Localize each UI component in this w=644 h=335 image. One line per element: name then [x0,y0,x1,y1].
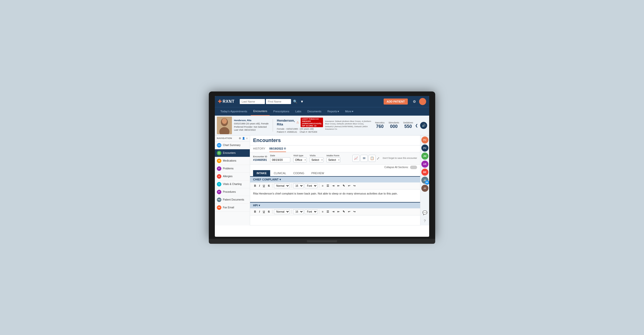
visits-select-wrapper: Select ▾ [310,157,324,162]
dot-p2: P [217,190,221,194]
visits-select[interactable]: Select [310,157,324,162]
settings-icon-btn[interactable]: ⚙ [412,99,417,104]
sidebar-item-vitals[interactable]: V Vitals & Charting [215,180,250,188]
redo-btn-hpi[interactable]: ↪ [352,210,356,214]
list-nav-icon[interactable]: ≡ [246,137,248,140]
sidebar-item-chart-summary[interactable]: CS Chart Summary [215,141,250,149]
intake-form-label: Intake Form [327,154,340,157]
save-reminder: Don't forget to save this encounter [383,157,417,160]
add-patient-button[interactable]: ADD PATIENT [384,99,408,105]
settings-nav-icon[interactable]: ⚙ [239,137,241,140]
strikethrough-btn-hpi[interactable]: S [267,210,271,214]
nav-documents[interactable]: Documents [305,107,324,116]
nav-prescriptions[interactable]: Prescriptions [271,107,292,116]
encounter-id-group: Encounter ID #10460591 [253,155,267,161]
laptop-wrapper: ✚ RXNT 🔍 ▼ ADD PATIENT ⚙ [209,91,435,244]
visit-type-select[interactable]: Office [293,157,307,162]
sidebar-avatar-BE[interactable]: BE [421,169,428,176]
style-select-cc[interactable]: Normal [274,183,290,188]
hpi-content[interactable] [250,215,420,225]
sidebar-item-allergies[interactable]: A Allergies [215,173,250,180]
sidebar-avatar-AR[interactable]: AR [421,161,428,168]
sidebar-avatar-PJ2[interactable]: PJ [421,145,428,152]
indent-btn-hpi[interactable]: ⇥ [331,210,335,214]
calendar-icon-btn[interactable]: 📋 [369,155,376,162]
strikethrough-btn-cc[interactable]: S [267,184,271,188]
help-icon-btn[interactable]: ? [421,217,428,224]
intake-tab[interactable]: INTAKE [253,170,270,177]
italic-btn-cc[interactable]: I [258,184,261,188]
search-firstname-input[interactable] [266,99,291,104]
patient-info-bar: Henderson, Rita 03/02/1989 (33 years old… [215,116,429,135]
search-icon-btn[interactable]: 🔍 [292,99,298,104]
intake-form-select[interactable]: Select [327,157,340,162]
font-select-cc[interactable]: Font [305,183,317,188]
laptop-notch [307,240,337,242]
nav-reports[interactable]: Reports ▾ [325,107,342,116]
nav-more[interactable]: More ▾ [343,107,356,116]
history-tab[interactable]: HISTORY [253,146,265,152]
undo-btn-cc[interactable]: ↩ [347,184,351,188]
patient-name-row: Henderson, Rita ⚠ LIGHT TOBACCO SMOKER (… [277,118,323,127]
sound-icon-btn[interactable]: 🔊 [420,122,427,129]
date-input[interactable] [270,157,290,162]
bold-btn-hpi[interactable]: B [253,210,257,214]
nav-encounters[interactable]: Encounters [251,107,270,116]
sidebar-item-medications[interactable]: M Medications [215,157,250,165]
date-tab[interactable]: 08/19/2022 ® [269,146,286,152]
underline-btn-cc[interactable]: U [262,184,266,188]
pencil-btn-hpi[interactable]: ✎ [342,210,346,214]
filter-icon-btn[interactable]: ▼ [299,99,305,104]
redo-btn-cc[interactable]: ↪ [352,184,356,188]
size-select-cc[interactable]: 16 [293,183,304,188]
outdent-btn-cc[interactable]: ⇤ [336,184,341,188]
chart-icon-btn[interactable]: 📈 [352,155,359,162]
indent-btn-cc[interactable]: ⇥ [331,184,335,188]
italic-btn-hpi[interactable]: I [258,210,261,214]
expand-icon-btn[interactable]: ⤢ [377,155,380,162]
logo-area: ✚ RXNT [218,99,235,104]
chief-complaint-section-header[interactable]: CHIEF COMPLAINT ▾ [250,177,420,182]
undo-btn-hpi[interactable]: ↩ [347,210,351,214]
outdent-btn-hpi[interactable]: ⇤ [336,210,341,214]
collapse-toggle[interactable] [410,166,417,169]
chief-complaint-toolbar: B I U S Normal [250,182,420,189]
sidebar-avatar-group: JJ BE [421,177,428,184]
sidebar-avatar-PJ1[interactable]: PJ [421,136,428,143]
sidebar-item-encounters[interactable]: E Encounters [215,149,250,157]
clinical-tab[interactable]: CLINICAL [270,170,290,177]
sidebar-item-patient-docs[interactable]: PD Patient Documents [215,196,250,204]
nav-labs[interactable]: Labs [293,107,304,116]
preview-tab[interactable]: PREVIEW [308,170,328,177]
search-area: 🔍 ▼ [240,99,305,104]
style-select-hpi[interactable]: Normal [274,209,290,214]
style-select-wrapper-hpi: Normal [274,209,290,214]
secondary-nav: Today's Appointments Encounters Prescrip… [215,107,429,116]
sidebar-item-procedures[interactable]: P Procedures [215,188,250,196]
chief-complaint-title: CHIEF COMPLAINT ▾ [253,178,281,181]
encounters-tabs: HISTORY 08/19/2022 ® [250,146,420,152]
collapse-sidebar-btn[interactable]: ❮ [415,123,418,127]
bold-btn-cc[interactable]: B [253,184,257,188]
nav-appointments[interactable]: Today's Appointments [218,107,250,116]
ordered-list-btn-cc[interactable]: ≡ [321,184,324,188]
sidebar-avatar-JM[interactable]: JM [421,153,428,160]
person-nav-icon[interactable]: 👤 [242,137,245,140]
unordered-list-btn-cc[interactable]: ☰ [326,184,330,188]
sidebar-avatar-JJ[interactable]: JJ [421,185,428,192]
pencil-btn-cc[interactable]: ✎ [342,184,346,188]
ordered-list-btn-hpi[interactable]: ≡ [321,210,324,214]
underline-btn-hpi[interactable]: U [262,210,266,214]
chat-icon-btn[interactable]: 💬 [421,209,428,216]
coding-tab[interactable]: CODING [290,170,308,177]
font-select-hpi[interactable]: Font [305,209,317,214]
sidebar-item-problems[interactable]: P Problems [215,165,250,173]
chief-complaint-content[interactable]: Rita Henderson's chief complaint is lowe… [250,189,420,202]
size-select-hpi[interactable]: 16 [293,209,304,214]
sidebar-item-fax-email[interactable]: FE Fax Email [215,204,250,212]
mail-icon-btn[interactable]: ✉ [360,155,368,162]
patient-mini-info: Henderson, Rita 03/02/1989 (33 years old… [234,119,269,131]
search-lastname-input[interactable] [240,99,265,104]
hpi-section-header[interactable]: HPI ▾ [250,203,420,208]
unordered-list-btn-hpi[interactable]: ☰ [326,210,330,214]
